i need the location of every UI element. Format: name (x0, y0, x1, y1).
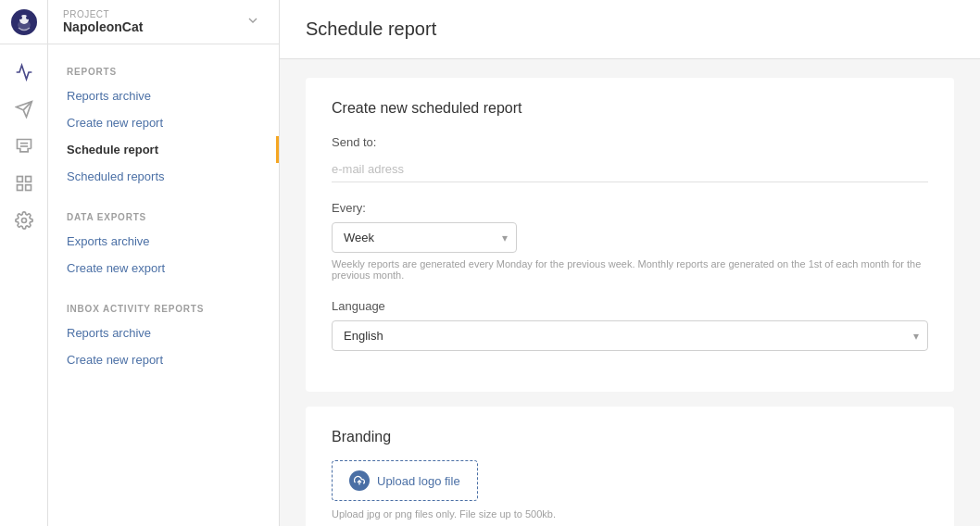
svg-rect-11 (25, 185, 31, 191)
sidebar-item-reports-archive[interactable]: Reports archive (48, 82, 279, 109)
project-name: NapoleonCat (63, 19, 242, 34)
nav-analytics-icon[interactable] (6, 56, 43, 89)
project-dropdown-button[interactable] (242, 9, 264, 34)
nav-settings-icon[interactable] (6, 204, 43, 237)
page-title: Schedule report (306, 19, 954, 40)
reports-section-label: REPORTS (48, 59, 279, 82)
send-to-label: Send to: (332, 135, 928, 149)
send-to-group: Send to: (332, 135, 928, 182)
sidebar-header: PROJECT NapoleonCat (48, 0, 279, 44)
main-header: Schedule report (280, 0, 980, 59)
language-select[interactable]: English Polish German (332, 320, 928, 351)
sidebar-item-scheduled-reports[interactable]: Scheduled reports (48, 163, 279, 190)
every-label: Every: (332, 201, 928, 215)
frequency-select[interactable]: Week Month (332, 222, 517, 253)
icon-bar (0, 0, 48, 526)
sidebar-item-exports-archive[interactable]: Exports archive (48, 228, 279, 255)
logo-area[interactable] (0, 0, 48, 44)
svg-point-12 (21, 219, 26, 223)
icon-navigation (0, 44, 47, 237)
frequency-hint: Weekly reports are generated every Monda… (332, 258, 928, 281)
main-content: Schedule report Create new scheduled rep… (280, 0, 980, 526)
nav-publish-icon[interactable] (6, 93, 43, 126)
upload-label: Upload logo file (377, 474, 460, 488)
branding-card: Branding Upload logo file Upload jpg or … (306, 407, 954, 526)
svg-rect-9 (25, 177, 31, 182)
svg-rect-8 (17, 177, 22, 182)
data-exports-section-label: DATA EXPORTS (48, 205, 279, 228)
svg-point-4 (26, 16, 30, 19)
sidebar-item-inbox-create-report[interactable]: Create new report (48, 346, 279, 373)
branding-title: Branding (332, 429, 928, 445)
svg-rect-10 (17, 185, 22, 191)
content-area: Create new scheduled report Send to: Eve… (280, 59, 980, 526)
card-title: Create new scheduled report (332, 100, 928, 117)
upload-icon (349, 470, 370, 491)
schedule-report-card: Create new scheduled report Send to: Eve… (306, 78, 954, 392)
language-label: Language (332, 299, 928, 313)
every-group: Every: Week Month ▾ Weekly reports are g… (332, 201, 928, 281)
frequency-select-wrapper: Week Month ▾ (332, 222, 517, 253)
sidebar: PROJECT NapoleonCat REPORTS Reports arch… (48, 0, 280, 526)
upload-logo-button[interactable]: Upload logo file (332, 460, 478, 501)
inbox-section-label: INBOX ACTIVITY REPORTS (48, 296, 279, 319)
nav-reports-icon[interactable] (6, 167, 43, 200)
language-group: Language English Polish German ▾ (332, 299, 928, 351)
sidebar-item-inbox-reports-archive[interactable]: Reports archive (48, 319, 279, 346)
nav-inbox-icon[interactable] (6, 130, 43, 163)
sidebar-item-create-report[interactable]: Create new report (48, 109, 279, 136)
sidebar-item-create-export[interactable]: Create new export (48, 255, 279, 282)
language-select-wrapper: English Polish German ▾ (332, 320, 928, 351)
project-info: PROJECT NapoleonCat (63, 9, 242, 34)
napoleoncat-logo (9, 7, 39, 37)
sidebar-content: REPORTS Reports archive Create new repor… (48, 44, 279, 388)
email-input[interactable] (332, 157, 928, 182)
sidebar-item-schedule-report[interactable]: Schedule report (48, 136, 279, 163)
project-label: PROJECT (63, 9, 242, 19)
svg-point-3 (19, 16, 22, 19)
upload-hint: Upload jpg or png files only. File size … (332, 508, 928, 520)
